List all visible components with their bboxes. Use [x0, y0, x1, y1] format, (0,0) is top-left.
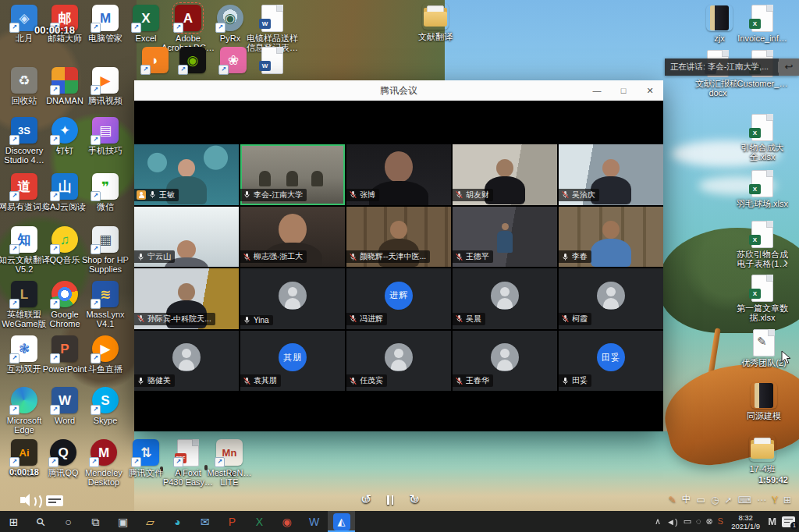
- participant-name-bar: 王德平: [453, 250, 493, 263]
- volume-tray-icon[interactable]: ◄): [666, 517, 678, 527]
- participant-name: 冯进辉: [360, 314, 383, 325]
- cursor-share-icon[interactable]: ➚: [725, 495, 733, 505]
- shortcut-arrow-icon: ↗: [50, 353, 60, 364]
- keyboard-icon[interactable]: ⌨: [738, 495, 751, 505]
- action-center-button[interactable]: 1: [782, 516, 795, 527]
- chrome-taskbar-button[interactable]: ◉: [273, 511, 300, 532]
- banner-collapse-icon[interactable]: ↩: [779, 59, 799, 76]
- forward-30-button[interactable]: ↻30: [409, 491, 420, 508]
- folder-wenxianfanyi[interactable]: 文献翻译: [407, 3, 464, 41]
- maximize-button[interactable]: □: [610, 80, 637, 101]
- task-view-button[interactable]: ⧉: [82, 511, 109, 532]
- participant-tile[interactable]: 田妥田妥: [559, 331, 663, 392]
- folder-17-4-label: 17-4班: [733, 464, 791, 473]
- participant-tile[interactable]: 骆健美: [134, 331, 239, 392]
- ime-chinese-icon[interactable]: 中: [682, 493, 691, 506]
- participant-tile[interactable]: Yina: [240, 268, 345, 329]
- participant-tile[interactable]: 孙际宾-中科院天...: [134, 268, 239, 329]
- participant-tile[interactable]: 宁云山: [134, 207, 239, 268]
- cortana-button[interactable]: ○: [55, 511, 82, 532]
- shortcut-arrow-icon: ↗: [50, 244, 60, 254]
- participant-tile[interactable]: 柳志强-浙工大: [240, 207, 345, 268]
- tongyuan-book-icon: [751, 382, 777, 409]
- participant-tile[interactable]: 吴晨: [453, 268, 557, 329]
- shouji-jiqiao-app[interactable]: ▤↗手机技巧: [76, 117, 134, 155]
- yumaoqiu-xlsx[interactable]: X羽毛球场.xlsx: [733, 170, 791, 208]
- powerpoint-taskbar-button[interactable]: P: [218, 511, 246, 532]
- edge-taskbar-button[interactable]: ◕: [164, 511, 191, 532]
- start-button[interactable]: ⊞: [0, 511, 27, 532]
- participant-tile[interactable]: 吴洽庆: [559, 144, 663, 205]
- tencent-video-app[interactable]: ▶↗腾讯视频: [76, 67, 134, 105]
- mic-muted-icon: [349, 314, 357, 323]
- tencent-meeting-taskbar-button[interactable]: ◭: [328, 511, 355, 532]
- rewind-10-button[interactable]: ↺10: [360, 491, 371, 508]
- wechat-app[interactable]: ❞↗微信: [76, 173, 134, 211]
- participant-tile[interactable]: 张博: [346, 144, 451, 205]
- taskbar-clock[interactable]: 8:32 2021/1/9: [729, 513, 762, 530]
- participant-name-bar: 冯进辉: [346, 313, 387, 325]
- s-tray-icon[interactable]: S: [718, 516, 723, 527]
- mestrenova-app[interactable]: Mn↗MestReN…LITE: [201, 439, 258, 487]
- douyu-live-app[interactable]: ▶↗斗鱼直播: [76, 335, 134, 374]
- diyipian-xlsx[interactable]: X第一篇文章数据.xlsx: [733, 275, 791, 322]
- douyu-live-app-icon: ▶↗: [92, 335, 119, 362]
- masslynx-app[interactable]: ≋↗MassLynxV4.1: [76, 281, 134, 328]
- store-button[interactable]: ▣: [109, 511, 137, 532]
- close-circle-tray-icon[interactable]: ⊗: [706, 516, 713, 527]
- participant-name: 吴晨: [466, 314, 481, 325]
- search-button[interactable]: ⚲: [27, 511, 55, 532]
- suxin-xlsx[interactable]: X苏欣引物合成电子表格(1…: [733, 221, 791, 268]
- shortcut-arrow-icon: ↗: [91, 299, 101, 309]
- word-taskbar-button[interactable]: W: [300, 511, 328, 532]
- ime-m-icon[interactable]: M: [768, 516, 776, 527]
- ime-mode-icon[interactable]: ▭: [697, 495, 705, 505]
- hidden-tray-icon[interactable]: ◌: [696, 516, 701, 527]
- chrome-app-icon: ↗: [51, 281, 78, 307]
- clock-icon[interactable]: ◷: [711, 495, 719, 505]
- tray-chevron-icon[interactable]: ∧: [655, 516, 661, 527]
- participant-tile[interactable]: 柯霞: [559, 268, 663, 329]
- invoice-xlsx[interactable]: XInvoice_inf…: [733, 5, 791, 43]
- player-controls: ↺10 ↻30: [360, 491, 421, 508]
- yinwu-xlsx[interactable]: X引物合成大全.xlsx: [733, 114, 791, 161]
- excel-taskbar-button[interactable]: X: [246, 511, 273, 532]
- participant-tile[interactable]: 王敏: [134, 144, 239, 205]
- folder-17-4[interactable]: 17-4班: [733, 435, 791, 473]
- avatar: [597, 282, 625, 310]
- battery-tray-icon[interactable]: ▭: [684, 516, 691, 527]
- volume-overlay-icon[interactable]: [20, 492, 44, 508]
- mail-taskbar-button[interactable]: ✉: [191, 511, 218, 532]
- close-button[interactable]: ✕: [637, 80, 663, 101]
- word-doc-dianjing[interactable]: W电镜样品送样信息登记表…: [243, 5, 301, 52]
- tongyuan-book[interactable]: 同源建模: [735, 382, 793, 420]
- caption-overlay-icon[interactable]: [46, 495, 63, 506]
- language-bar: ✎中▭◷➚⌨⋯Y⊞: [669, 493, 791, 506]
- participant-tile[interactable]: 任茂宾: [346, 331, 451, 392]
- speaking-banner[interactable]: 正在讲话: 李会-江南大学,... ↩: [665, 59, 799, 76]
- dots-icon[interactable]: ⋯: [757, 495, 766, 505]
- shortcut-arrow-icon: ↗: [9, 244, 20, 254]
- participant-tile[interactable]: 王德平: [453, 207, 557, 268]
- participant-tile[interactable]: 其朋袁其朋: [240, 331, 345, 392]
- participant-tile[interactable]: 进辉冯进辉: [346, 268, 451, 329]
- file-explorer-button[interactable]: ▱: [137, 511, 164, 532]
- illustrator-app-icon: Ai↗: [11, 439, 37, 466]
- hp-supplies-app[interactable]: ▦↗Shop for HPSupplies: [76, 226, 134, 274]
- window-titlebar[interactable]: 腾讯会议 — □ ✕: [134, 80, 663, 101]
- participant-tile[interactable]: 胡友财: [453, 144, 557, 205]
- minimize-button[interactable]: —: [584, 80, 610, 101]
- participant-name: Yina: [254, 316, 269, 325]
- participant-tile[interactable]: 王春华: [453, 331, 557, 392]
- participant-tile[interactable]: 李会-江南大学: [240, 144, 345, 205]
- grid-icon[interactable]: ⊞: [783, 495, 791, 505]
- participant-name-bar: 张博: [346, 189, 379, 201]
- word-doc-hidden[interactable]: W: [243, 47, 301, 73]
- pause-button[interactable]: [387, 495, 393, 505]
- participant-tile[interactable]: 颜晓辉--天津中医...: [346, 207, 451, 268]
- pen-icon[interactable]: ✎: [669, 495, 676, 505]
- participant-tile[interactable]: 李春: [559, 207, 663, 268]
- skype-app[interactable]: S↗Skype: [76, 387, 134, 425]
- wangwang-icon[interactable]: Y: [772, 495, 778, 505]
- qq-music-app-icon: ♫↗: [51, 226, 78, 253]
